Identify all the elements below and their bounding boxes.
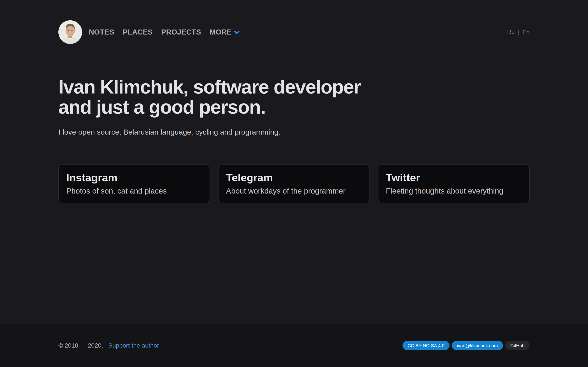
page-subtitle: I love open source, Belarusian language,…	[58, 127, 530, 137]
avatar-portrait-illustration	[58, 20, 82, 44]
nav-item-projects[interactable]: PROJECTS	[161, 28, 201, 36]
card-twitter-description: Fleeting thoughts about everything	[386, 186, 522, 196]
nav-item-places[interactable]: PLACES	[123, 28, 153, 36]
card-telegram[interactable]: Telegram About workdays of the programme…	[218, 165, 370, 203]
nav-item-notes[interactable]: NOTES	[89, 28, 114, 36]
nav-item-more[interactable]: MORE	[209, 28, 240, 36]
language-switcher: Ru | En	[507, 29, 530, 36]
footer-badges: CC BY-NC-SA 4.0 ivan@klimchuk.com GitHub	[403, 341, 530, 350]
github-badge[interactable]: GitHub	[505, 341, 530, 350]
page-title-line-1: Ivan Klimchuk, software developer	[58, 77, 530, 97]
language-option-ru[interactable]: Ru	[507, 29, 515, 36]
nav-item-more-label: MORE	[209, 28, 232, 36]
copyright-text: © 2010 — 2020.	[58, 342, 103, 349]
chevron-down-icon	[234, 31, 240, 34]
footer: © 2010 — 2020. Support the author CC BY-…	[0, 324, 588, 367]
license-badge[interactable]: CC BY-NC-SA 4.0	[403, 341, 449, 350]
card-telegram-description: About workdays of the programmer	[226, 186, 362, 196]
language-separator: |	[518, 29, 519, 36]
card-telegram-title: Telegram	[226, 171, 362, 184]
card-twitter[interactable]: Twitter Fleeting thoughts about everythi…	[378, 165, 530, 203]
avatar[interactable]	[58, 20, 82, 44]
page-title: Ivan Klimchuk, software developer and ju…	[58, 77, 530, 117]
main-content: Ivan Klimchuk, software developer and ju…	[58, 44, 530, 203]
page-title-line-2: and just a good person.	[58, 97, 530, 117]
main-nav: NOTES PLACES PROJECTS MORE	[89, 28, 240, 36]
card-instagram-title: Instagram	[66, 171, 202, 184]
language-option-en[interactable]: En	[522, 29, 530, 36]
support-author-link[interactable]: Support the author	[108, 342, 159, 349]
card-twitter-title: Twitter	[386, 171, 522, 184]
card-instagram[interactable]: Instagram Photos of son, cat and places	[58, 165, 210, 203]
card-instagram-description: Photos of son, cat and places	[66, 186, 202, 196]
top-navigation-bar: NOTES PLACES PROJECTS MORE Ru | En	[58, 20, 530, 44]
email-badge[interactable]: ivan@klimchuk.com	[452, 341, 503, 350]
social-cards: Instagram Photos of son, cat and places …	[58, 165, 530, 203]
